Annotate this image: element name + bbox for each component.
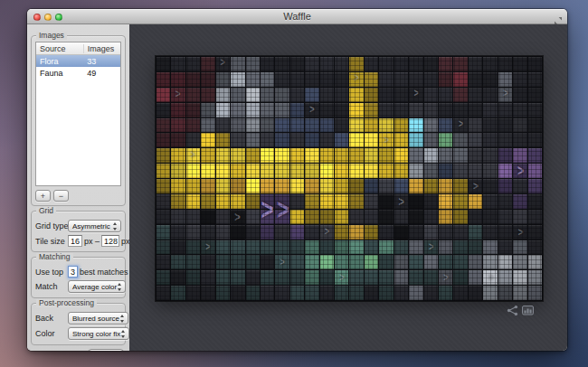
mosaic-tile [453, 286, 467, 300]
mosaic-tile [335, 270, 348, 285]
mosaic-tile [394, 164, 408, 178]
mosaic-tile [335, 225, 348, 240]
mosaic-tile [365, 88, 378, 102]
mosaic-tile [275, 148, 289, 163]
mosaic-tile [156, 57, 170, 71]
mosaic-tile [365, 240, 378, 255]
column-header-source[interactable]: Source [36, 44, 84, 53]
preview-icon[interactable] [522, 306, 534, 315]
app-window: Waffle Images Source Images Flora33Fauna… [27, 9, 567, 351]
mosaic-tile [290, 194, 304, 209]
tile-size-max-field[interactable]: 128 [101, 235, 119, 247]
mosaic-tile [394, 255, 408, 269]
mosaic-tile [453, 240, 467, 255]
mosaic-tile [365, 179, 378, 193]
table-row[interactable]: Flora33 [36, 55, 120, 67]
mosaic-tile [394, 133, 408, 147]
mosaic-tile [261, 286, 274, 300]
mosaic-tile [305, 118, 318, 133]
mosaic-tile [186, 210, 200, 224]
mosaic-tile [231, 240, 244, 255]
postprocessing-group: Post-processing Back Blurred source Colo… [31, 303, 126, 345]
remove-source-button[interactable]: − [53, 190, 69, 202]
sources-table[interactable]: Source Images Flora33Fauna49 [35, 42, 121, 186]
fullscreen-icon[interactable] [554, 13, 563, 22]
mosaic-tile [453, 210, 467, 224]
sources-table-header[interactable]: Source Images [36, 42, 120, 55]
mosaic-tile [201, 270, 214, 285]
mosaic-tile [379, 194, 393, 209]
mosaic-tile [439, 194, 452, 209]
mosaic-tile [156, 148, 170, 163]
use-top-field[interactable]: 3 [68, 266, 78, 278]
mosaic-tile [483, 270, 497, 285]
mosaic-tile [320, 164, 334, 178]
mosaic-tile [409, 148, 422, 163]
mosaic-tile [528, 179, 542, 193]
mosaic-tile [498, 133, 512, 147]
mosaic-tile [483, 179, 497, 193]
mosaic-tile [171, 210, 185, 224]
mosaic-tile [528, 118, 542, 133]
mosaic-tile [201, 164, 214, 178]
mosaic-tile [246, 225, 260, 240]
mosaic-tile [261, 118, 274, 133]
render-button[interactable]: Render [88, 349, 124, 351]
mosaic-tile [394, 179, 408, 193]
mosaic-tile [469, 118, 482, 133]
images-group: Images Source Images Flora33Fauna49 + − [31, 35, 126, 206]
mosaic-tile [439, 118, 452, 133]
mosaic-tile [246, 118, 260, 133]
back-dropdown[interactable]: Blurred source [68, 312, 128, 325]
mosaic-tile [275, 57, 289, 71]
mosaic-tile [171, 148, 185, 163]
match-dropdown[interactable]: Average color [68, 280, 126, 293]
mosaic-tile [171, 72, 185, 87]
mosaic-tile [171, 286, 185, 300]
mosaic-tile [156, 103, 170, 118]
mosaic-tile [320, 255, 334, 269]
tile-size-min-field[interactable]: 16 [68, 235, 82, 247]
mosaic-tile [320, 225, 334, 240]
mosaic-tile [365, 225, 378, 240]
mosaic-tile [261, 72, 274, 87]
mosaic-tile [379, 118, 393, 133]
mosaic-tile [469, 148, 482, 163]
mosaic-tile [349, 88, 363, 102]
mosaic-tile [394, 103, 408, 118]
mosaic-tile [305, 225, 318, 240]
column-header-images[interactable]: Images [84, 44, 120, 53]
grid-type-value: Asymmetric [72, 222, 110, 231]
mosaic-preview[interactable]: >>>>>>>>>>>>>>>>>>>>>>> [156, 56, 543, 301]
mosaic-tile [246, 210, 260, 224]
mosaic-tile [335, 72, 348, 87]
titlebar[interactable]: Waffle [27, 9, 567, 24]
mosaic-tile [365, 255, 378, 269]
mosaic-tile [439, 88, 452, 102]
tile-size-label: Tile size [35, 237, 68, 246]
mosaic-tile [513, 164, 526, 178]
mosaic-tile [216, 57, 230, 71]
mosaic-tile [453, 133, 467, 147]
mosaic-tile [483, 194, 497, 209]
mosaic-tile [439, 103, 452, 118]
mosaic-tile [305, 270, 318, 285]
mosaic-tile [231, 255, 244, 269]
mosaic-tile [186, 103, 200, 118]
share-icon[interactable] [507, 305, 518, 316]
table-row[interactable]: Fauna49 [36, 67, 120, 79]
mosaic-tile [335, 255, 348, 269]
mosaic-tile [261, 88, 274, 102]
mosaic-tile [498, 225, 512, 240]
match-value: Average color [72, 283, 117, 291]
color-dropdown[interactable]: Strong color fix [68, 327, 129, 340]
use-top-label: Use top [35, 268, 68, 277]
add-source-button[interactable]: + [35, 190, 51, 202]
mosaic-tile [379, 270, 393, 285]
mosaic-tile [528, 225, 542, 240]
mosaic-tile [424, 164, 438, 178]
mosaic-tile [439, 210, 452, 224]
mosaic-tile [305, 255, 318, 269]
grid-type-dropdown[interactable]: Asymmetric [68, 220, 121, 232]
mosaic-tile [320, 133, 334, 147]
